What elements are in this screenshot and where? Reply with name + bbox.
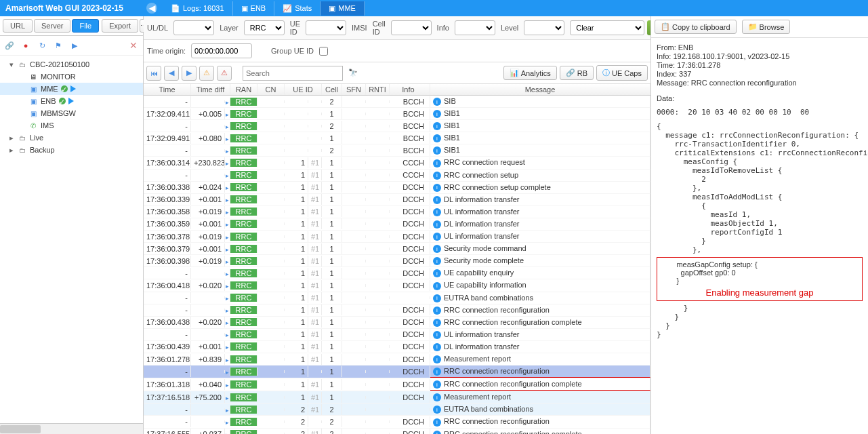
header-tab-mme[interactable]: ▣ MME	[321, 1, 365, 16]
filter-row: UL/DL Layer RRC UE ID IMSI Cell ID Info …	[144, 16, 650, 40]
arrow-icon: ▸	[225, 98, 230, 106]
tree-item-mbmsgw[interactable]: ▣MBMSGW	[0, 107, 143, 119]
info-icon: i	[433, 172, 441, 180]
uldl-select[interactable]	[173, 20, 214, 35]
col-header-cell[interactable]: Cell	[322, 84, 342, 95]
uecaps-button[interactable]: ⓘ UE Caps	[596, 65, 648, 81]
warning-icon[interactable]: ⚠	[199, 66, 214, 81]
col-header-rnti[interactable]: RNTI	[366, 84, 390, 95]
error-icon[interactable]: ⚠	[217, 66, 232, 81]
log-row[interactable]: 17:37:16.555+0.037▸RRC2#12DCCHiRRC conne…	[144, 429, 650, 434]
flag-icon[interactable]: ⚑	[51, 39, 65, 52]
search-input[interactable]	[243, 66, 343, 81]
col-header-sfn[interactable]: SFN	[342, 84, 366, 95]
log-row[interactable]: 17:36:00.378+0.019▸RRC1#11DCCHiUL inform…	[144, 231, 650, 243]
header-tab-logs-16031[interactable]: 📄 Logs: 16031	[163, 1, 233, 16]
group-ueid-checkbox[interactable]	[319, 47, 328, 56]
log-row[interactable]: -▸RRC1#11DCCHiUE capability enquiry	[144, 267, 650, 279]
col-header-message[interactable]: Message	[430, 84, 650, 95]
log-row[interactable]: 17:37:16.518+75.200▸RRC1#11DCCHiMeasurem…	[144, 391, 650, 403]
copy-button[interactable]: 📋 Copy to clipboard	[655, 20, 737, 34]
left-hscroll[interactable]	[0, 423, 143, 434]
arrow-icon: ▸	[225, 430, 230, 434]
log-row[interactable]: -▸RRC2#12iEUTRA band combinations	[144, 403, 650, 416]
tree-item-mme[interactable]: ▣MME✓	[0, 83, 143, 95]
log-row[interactable]: 17:36:00.438+0.020▸RRC1#11DCCHiRRC conne…	[144, 317, 650, 329]
file-button[interactable]: File	[72, 19, 99, 33]
stop-icon[interactable]: ●	[19, 39, 33, 52]
log-row[interactable]: 17:36:00.359+0.001▸RRC1#11DCCHiDL inform…	[144, 218, 650, 231]
log-row[interactable]: -▸RRC22DCCHiRRC connection reconfigurati…	[144, 416, 650, 428]
binoculars-icon[interactable]: 🔭	[346, 66, 360, 81]
log-row[interactable]: -▸RRC2BCCHiSIB1	[144, 144, 650, 157]
time-origin-input[interactable]	[191, 43, 252, 58]
log-row[interactable]: 17:36:00.338+0.024▸RRC1#11DCCHiRRC conne…	[144, 182, 650, 194]
tree-item-backup[interactable]: ▸Backup	[0, 144, 143, 156]
tree-label: CBC-2021050100	[30, 60, 89, 68]
tree-toggle-icon[interactable]: ▸	[8, 134, 15, 142]
level-select[interactable]	[524, 20, 564, 35]
tree-item-enb[interactable]: ▣ENB✓	[0, 95, 143, 107]
col-header-ran[interactable]: RAN	[230, 84, 257, 95]
url-button[interactable]: URL	[3, 19, 33, 33]
layer-select[interactable]: RRC	[244, 20, 285, 35]
tree-toggle-icon[interactable]: ▾	[8, 60, 15, 69]
log-row[interactable]: 17:36:00.358+0.019▸RRC1#11DCCHiUL inform…	[144, 206, 650, 218]
col-header-time-diff[interactable]: Time diff	[191, 84, 230, 95]
log-table[interactable]: TimeTime diffRANCNUE IDCellSFNRNTIInfoMe…	[144, 84, 650, 434]
header-tab-enb[interactable]: ▣ ENB	[233, 1, 275, 16]
col-header-time[interactable]: Time	[144, 84, 191, 95]
close-icon[interactable]: ✕	[127, 40, 140, 51]
refresh-icon[interactable]: ↻	[35, 39, 49, 52]
info-icon: i	[433, 245, 441, 253]
arrow-icon: ▸	[225, 418, 230, 426]
col-header-cn[interactable]: CN	[257, 84, 285, 95]
log-row[interactable]: -▸RRC2BCCHiSIB1	[144, 120, 650, 132]
clear-select[interactable]: Clear	[570, 20, 644, 35]
info-icon: i	[433, 98, 441, 106]
nav-prev-icon[interactable]: ◀	[164, 66, 179, 81]
header-tab-stats[interactable]: 📈 Stats	[274, 1, 321, 16]
left-toolbar: URL Server File Export ⋯	[0, 16, 143, 36]
log-row[interactable]: -▸RRC1#11DCCHiUL information transfer	[144, 329, 650, 341]
log-row[interactable]: -▸RRC11DCCHiRRC connection reconfigurati…	[144, 366, 650, 378]
tree-item-live[interactable]: ▸Live	[0, 132, 143, 144]
server-button[interactable]: Server	[34, 19, 70, 33]
log-row[interactable]: 17:36:00.379+0.001▸RRC1#11DCCHiSecurity …	[144, 243, 650, 255]
log-row[interactable]: 17:36:00.418+0.020▸RRC1#11DCCHiUE capabi…	[144, 279, 650, 292]
detail-info: Info: 192.168.100.17:9001, v2023-02-15	[657, 52, 863, 60]
nav-next-icon[interactable]: ▶	[182, 66, 197, 81]
log-row[interactable]: 17:36:00.439+0.001▸RRC1#11DCCHiDL inform…	[144, 341, 650, 353]
log-row[interactable]: -▸RRC1#11DCCHiRRC connection reconfigura…	[144, 304, 650, 317]
rb-button[interactable]: 🔗 RB	[560, 66, 594, 80]
arrow-icon: ▸	[225, 306, 230, 314]
info-select[interactable]	[455, 20, 495, 35]
arrow-icon: ▸	[225, 257, 230, 265]
analytics-button[interactable]: 📊 Analytics	[503, 66, 557, 80]
play-icon[interactable]: ▶	[68, 39, 81, 52]
log-row[interactable]: 17:36:00.339+0.001▸RRC1#11DCCHiDL inform…	[144, 194, 650, 206]
log-row[interactable]: 17:32:09.411+0.005▸RRC1BCCHiSIB1	[144, 108, 650, 120]
info-icon: i	[433, 319, 441, 327]
log-row[interactable]: -▸RRC1#11iEUTRA band combinations	[144, 292, 650, 304]
ueid-select[interactable]	[306, 20, 346, 35]
tree-toggle-icon[interactable]: ▸	[8, 146, 15, 155]
nav-first-icon[interactable]: ⏮	[146, 66, 161, 81]
cellid-select[interactable]	[391, 20, 432, 35]
col-header-ue-id[interactable]: UE ID	[285, 84, 322, 95]
browse-button[interactable]: 📁 Browse	[742, 20, 791, 34]
log-row[interactable]: 17:36:00.314+230.823▸RRC1#11CCCHiRRC con…	[144, 157, 650, 169]
export-button[interactable]: Export	[102, 19, 138, 33]
col-header-info[interactable]: Info	[390, 84, 430, 95]
log-row[interactable]: 17:36:00.398+0.019▸RRC1#11DCCHiSecurity …	[144, 255, 650, 267]
tree-item-ims[interactable]: ✆IMS	[0, 119, 143, 132]
log-row[interactable]: 17:36:01.318+0.040▸RRC1#11DCCHiRRC conne…	[144, 378, 650, 391]
tree-item-cbc-2021050100[interactable]: ▾CBC-2021050100	[0, 58, 143, 71]
tree-item-monitor[interactable]: 🖥MONITOR	[0, 71, 143, 83]
collapse-left-icon[interactable]: ◀	[146, 3, 157, 14]
link-icon[interactable]: 🔗	[3, 39, 16, 52]
log-row[interactable]: -▸RRC2BCCHiSIB	[144, 96, 650, 108]
log-row[interactable]: 17:36:01.278+0.839▸RRC1#11DCCHiMeasureme…	[144, 353, 650, 366]
log-row[interactable]: 17:32:09.491+0.080▸RRC1BCCHiSIB1	[144, 132, 650, 144]
log-row[interactable]: -▸RRC1#11CCCHiRRC connection setup	[144, 170, 650, 182]
